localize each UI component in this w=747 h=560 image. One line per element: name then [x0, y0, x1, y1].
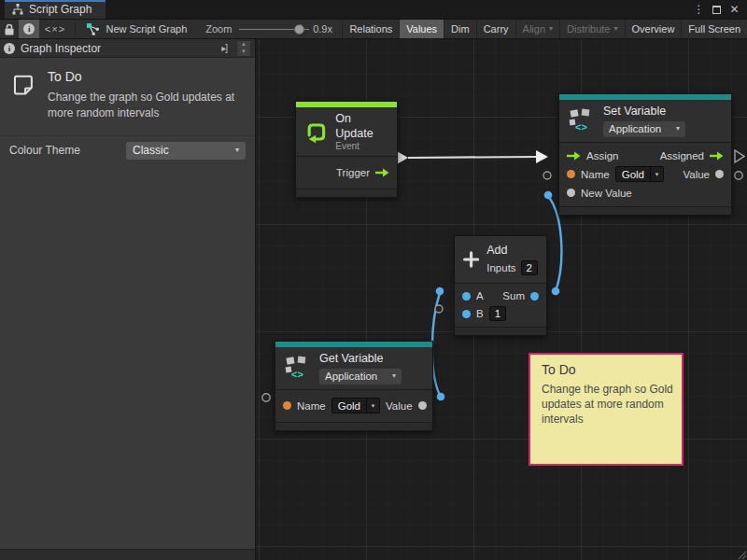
- node-title: Add: [486, 244, 538, 259]
- data-port-sum[interactable]: [530, 292, 539, 301]
- node-header: <> Set Variable Application ▾: [559, 100, 731, 142]
- data-port-b[interactable]: [462, 310, 471, 318]
- tab-script-graph[interactable]: Script Graph: [5, 0, 106, 19]
- data-port-value[interactable]: [715, 170, 724, 178]
- port-label-b: B: [476, 308, 484, 319]
- stub-setvar-assigned[interactable]: [735, 150, 744, 162]
- lock-button[interactable]: [0, 20, 19, 38]
- inspector-todo-section: To Do Change the graph so Gold updates a…: [0, 58, 255, 136]
- port-label-name: Name: [581, 169, 610, 180]
- overview-button[interactable]: Overview: [625, 20, 682, 38]
- sticky-note-icon: [9, 69, 36, 103]
- node-title: Get Variable: [319, 352, 402, 367]
- svg-text:<>: <>: [291, 369, 303, 380]
- variable-scope-dropdown[interactable]: Application ▾: [603, 121, 685, 137]
- inspector-spinner[interactable]: ▲ ▼: [236, 40, 251, 57]
- node-set-variable[interactable]: <> Set Variable Application ▾: [558, 93, 732, 216]
- window-controls: ⋮ ✕: [690, 0, 747, 19]
- chevron-down-icon: ▾: [676, 125, 680, 133]
- flow-wire-trigger-to-assign[interactable]: [408, 157, 537, 158]
- node-footer: [455, 327, 546, 335]
- toolbar-separator: [75, 22, 76, 35]
- wire-endpoint: [437, 393, 445, 401]
- data-port-new-value[interactable]: [567, 189, 575, 197]
- chevron-down-icon: ▾: [549, 25, 553, 33]
- node-footer: [275, 422, 432, 430]
- script-graph-window: Script Graph ⋮ ✕ i <×> New S: [0, 0, 747, 560]
- node-subtitle: Event: [335, 141, 388, 151]
- spinner-up-icon[interactable]: ▲: [241, 41, 247, 48]
- node-ports: Trigger: [296, 156, 397, 189]
- stub-getvar-name[interactable]: [262, 394, 270, 401]
- port-label-name: Name: [297, 400, 326, 412]
- maximize-icon[interactable]: [708, 0, 726, 19]
- node-header: <> Get Variable Application ▾: [275, 347, 432, 389]
- port-label-value: Value: [683, 169, 710, 180]
- graph-toolbar: i <×> New Script Graph Zoom 0.9x Relatio…: [0, 19, 747, 39]
- graph-canvas[interactable]: On Update Event Trigger: [256, 39, 747, 560]
- sticky-note[interactable]: To Do Change the graph so Gold updates a…: [529, 353, 684, 466]
- code-view-button[interactable]: <×>: [39, 20, 70, 38]
- flow-wire-start-arrow: [397, 151, 408, 164]
- inspector-bottom-strip: [0, 549, 255, 560]
- node-header: Add Inputs 2: [455, 236, 546, 283]
- window-menu-icon[interactable]: ⋮: [690, 0, 708, 19]
- dim-button[interactable]: Dim: [444, 20, 476, 38]
- align-button[interactable]: Align ▾: [515, 20, 559, 38]
- node-ports: Name Gold ▾ Value: [275, 389, 432, 422]
- flow-port-assigned[interactable]: [710, 151, 724, 161]
- node-add[interactable]: Add Inputs 2 A Sum: [454, 235, 547, 336]
- flow-wire-end-arrow: [536, 150, 548, 163]
- values-button[interactable]: Values: [399, 20, 444, 38]
- node-on-update[interactable]: On Update Event Trigger: [295, 101, 398, 198]
- inspector-toggle-button[interactable]: i: [19, 20, 39, 38]
- inspector-empty-area: [0, 165, 255, 549]
- data-port-a[interactable]: [462, 292, 471, 301]
- b-value-field[interactable]: 1: [489, 306, 506, 321]
- resize-grip[interactable]: [739, 552, 746, 559]
- port-label-new-value: New Value: [581, 188, 632, 199]
- variable-scope-dropdown[interactable]: Application ▾: [319, 369, 402, 385]
- data-port-name[interactable]: [283, 401, 291, 410]
- data-port-value[interactable]: [418, 401, 427, 410]
- titlebar: Script Graph ⋮ ✕: [0, 0, 747, 19]
- node-ports: Assign Assigned Name G: [559, 142, 731, 206]
- stub-setvar-value[interactable]: [735, 172, 742, 179]
- chevron-down-icon: ▾: [235, 147, 239, 154]
- relations-button[interactable]: Relations: [342, 20, 399, 38]
- dock-icon[interactable]: ▸]: [218, 43, 231, 53]
- svg-text:<>: <>: [575, 121, 587, 133]
- variable-name-dropdown[interactable]: Gold ▾: [331, 398, 380, 413]
- variable-icon: <>: [568, 108, 596, 133]
- inputs-count-field[interactable]: 2: [521, 260, 538, 275]
- node-ports: A Sum B 1: [455, 283, 546, 327]
- distribute-button[interactable]: Distribute ▾: [559, 20, 624, 38]
- flow-port-assign[interactable]: [567, 151, 581, 161]
- lock-icon: [4, 23, 15, 35]
- stub-add-b[interactable]: [435, 305, 443, 313]
- zoom-slider-handle[interactable]: [294, 24, 304, 35]
- zoom-slider[interactable]: [239, 20, 309, 38]
- port-label-assign: Assign: [586, 150, 619, 161]
- spinner-down-icon[interactable]: ▼: [241, 49, 247, 55]
- zoom-label: Zoom: [205, 23, 232, 35]
- port-label-a: A: [476, 290, 484, 301]
- variable-name-dropdown[interactable]: Gold ▾: [615, 166, 664, 182]
- chevron-down-icon: ▾: [392, 372, 396, 380]
- close-icon[interactable]: ✕: [726, 0, 743, 19]
- on-update-icon: [304, 119, 328, 145]
- chevron-down-icon: ▾: [614, 25, 618, 33]
- sticky-note-title: To Do: [542, 362, 670, 377]
- node-title: Set Variable: [603, 105, 685, 119]
- flow-port-trigger[interactable]: [375, 168, 389, 177]
- colour-theme-dropdown[interactable]: Classic ▾: [126, 142, 246, 160]
- sticky-note-body: Change the graph so Gold updates at more…: [542, 382, 674, 427]
- node-get-variable[interactable]: <> Get Variable Application ▾ Name: [275, 341, 433, 431]
- stub-setvar-name[interactable]: [543, 172, 551, 179]
- fullscreen-button[interactable]: Full Screen: [681, 20, 747, 38]
- carry-button[interactable]: Carry: [476, 20, 515, 38]
- node-header: On Update Event: [296, 107, 397, 156]
- data-port-name[interactable]: [567, 170, 575, 178]
- node-title: On Update: [335, 112, 388, 141]
- new-script-graph-button[interactable]: New Script Graph: [78, 20, 194, 38]
